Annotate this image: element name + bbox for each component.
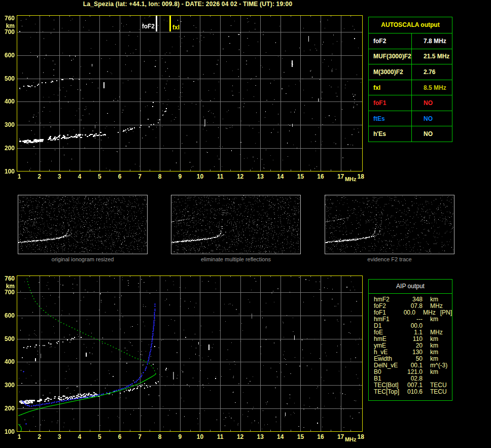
x-tick-label: 8: [152, 434, 167, 440]
mini-caption-filtered: eliminate multiple reflections: [171, 256, 301, 262]
autoscala-output-table: AUTOSCALA output foF27.8 MHzMUF(3000)F22…: [368, 17, 452, 142]
aip-row: TEC[Top]010.6TECU: [374, 389, 452, 395]
x-tick-label: 9: [172, 434, 188, 440]
x-tick-label: 12: [233, 174, 248, 180]
x-tick-label: 13: [253, 434, 268, 440]
autoscala-row-label: ftEs: [369, 111, 412, 126]
aip-table-rows: hmF2348kmfoF207.8MHzfoF100.0MHz[PN]hmF1-…: [369, 294, 452, 395]
x-tick-label: 1: [12, 434, 27, 440]
x-tick-label: 2: [32, 434, 47, 440]
x-tick-label: 8: [152, 174, 167, 180]
mini-caption-evidence: evidence F2 trace: [325, 256, 454, 262]
bottom-ionogram-block: 760700600500400300200100km12345678910111…: [0, 275, 385, 448]
y-tick-label: 500: [0, 336, 15, 342]
autoscala-row: fxI8.5 MHz: [369, 80, 452, 95]
autoscala-row-value: 7.8 MHz: [412, 33, 452, 49]
x-tick-label: 4: [72, 434, 87, 440]
y-tick-label: 760: [0, 275, 15, 282]
mini-filtered-canvas: [171, 195, 300, 254]
autoscala-row: ftEsNO: [369, 111, 452, 126]
y-tick-label: 600: [0, 52, 15, 59]
x-tick-label: 16: [313, 434, 328, 440]
autoscala-row: foF1NO: [369, 95, 452, 111]
x-tick-label: 6: [112, 434, 127, 440]
y-tick-label: 760: [0, 15, 15, 22]
autoscala-row: h'EsNO: [369, 126, 452, 142]
aip-param-unit: km: [430, 369, 438, 375]
x-tick-label: 7: [132, 434, 148, 440]
x-tick-label: 3: [52, 434, 67, 440]
aip-param-flag: [PN]: [440, 309, 452, 316]
x-tick-label: 3: [52, 174, 67, 180]
aip-param-name: TEC[Top]: [374, 389, 403, 395]
x-tick-label: 11: [213, 434, 228, 440]
mini-panel-original-ionogram: [18, 195, 148, 254]
autoscala-row-label: M(3000)F2: [369, 64, 412, 80]
mini-caption-original: original ionogram resized: [18, 256, 148, 262]
autoscala-row-value: NO: [412, 95, 452, 111]
autoscala-row-label: fxI: [369, 80, 412, 95]
mini-panel-evidence-f2-trace: [325, 195, 454, 254]
x-tick-label: 16: [313, 174, 328, 180]
top-ionogram-frame: foF2 fxI: [17, 15, 363, 171]
autoscala-row: M(3000)F22.76: [369, 64, 452, 80]
autoscala-row: MUF(3000)F221.5 MHz: [369, 49, 452, 64]
x-tick-label: 7: [132, 174, 148, 180]
autoscala-row-label: foF1: [369, 95, 412, 111]
x-tick-label: 5: [92, 174, 107, 180]
x-tick-label: 11: [213, 174, 228, 180]
y-tick-label: 300: [0, 382, 15, 389]
x-axis-unit-label: MHz: [343, 176, 358, 183]
x-tick-label: 9: [172, 174, 188, 180]
x-tick-label: 14: [273, 174, 288, 180]
aip-param-unit: km: [430, 316, 438, 323]
fxI-marker-label: fxI: [172, 24, 188, 31]
aip-param-value: 010.6: [403, 389, 423, 395]
y-tick-label: 700: [0, 29, 15, 36]
autoscala-row-label: foF2: [369, 33, 412, 49]
x-tick-label: 5: [92, 434, 107, 440]
top-ionogram-canvas: [17, 16, 362, 171]
y-axis-unit-label: km: [0, 283, 15, 290]
foF2-marker-label: foF2: [137, 23, 155, 30]
autoscala-table-header: AUTOSCALA output: [369, 17, 452, 33]
mini-original-canvas: [18, 195, 147, 254]
mini-panel-eliminate-reflections: [171, 195, 301, 254]
autoscala-row-label: h'Es: [369, 126, 412, 142]
x-tick-label: 15: [293, 174, 308, 180]
bottom-ionogram-frame: [17, 275, 363, 432]
mini-evidence-canvas: [325, 195, 454, 254]
x-axis-unit-label: MHz: [343, 436, 358, 443]
x-tick-label: 6: [112, 174, 127, 180]
x-tick-label: 12: [233, 434, 248, 440]
y-axis-unit-label: km: [0, 23, 15, 29]
autoscala-row-value: 2.76: [412, 64, 452, 80]
aip-param-unit: TECU: [430, 389, 447, 395]
x-tick-label: 10: [192, 434, 207, 440]
x-tick-label: 15: [293, 434, 308, 440]
x-tick-label: 4: [72, 174, 87, 180]
autoscala-table-rows: foF27.8 MHzMUF(3000)F221.5 MHzM(3000)F22…: [369, 33, 452, 142]
autoscala-row-label: MUF(3000)F2: [369, 49, 412, 64]
x-tick-label: 13: [253, 174, 268, 180]
page-title: La_Spezia (lat: +44.1, lon: 009.8) - DAT…: [0, 1, 375, 8]
x-tick-label: 14: [273, 434, 288, 440]
y-tick-label: 200: [0, 145, 15, 152]
aip-table-header: AIP output: [369, 280, 452, 294]
autoscala-row-value: NO: [412, 126, 452, 142]
y-tick-label: 400: [0, 359, 15, 365]
x-tick-label: 10: [192, 174, 207, 180]
y-tick-label: 700: [0, 289, 15, 296]
x-tick-label: 1: [12, 174, 27, 180]
y-tick-label: 500: [0, 76, 15, 82]
aip-output-table: AIP output hmF2348kmfoF207.8MHzfoF100.0M…: [368, 279, 452, 401]
bottom-ionogram-canvas: [17, 276, 362, 431]
top-ionogram-block: foF2 fxI 760700600500400300200100km12345…: [0, 15, 385, 190]
autoscala-row: foF27.8 MHz: [369, 33, 452, 49]
autoscala-row-value: 8.5 MHz: [412, 80, 452, 95]
autoscala-row-value: NO: [412, 111, 452, 126]
y-tick-label: 200: [0, 405, 15, 412]
y-tick-label: 300: [0, 122, 15, 128]
y-tick-label: 400: [0, 98, 15, 105]
x-tick-label: 2: [32, 174, 47, 180]
